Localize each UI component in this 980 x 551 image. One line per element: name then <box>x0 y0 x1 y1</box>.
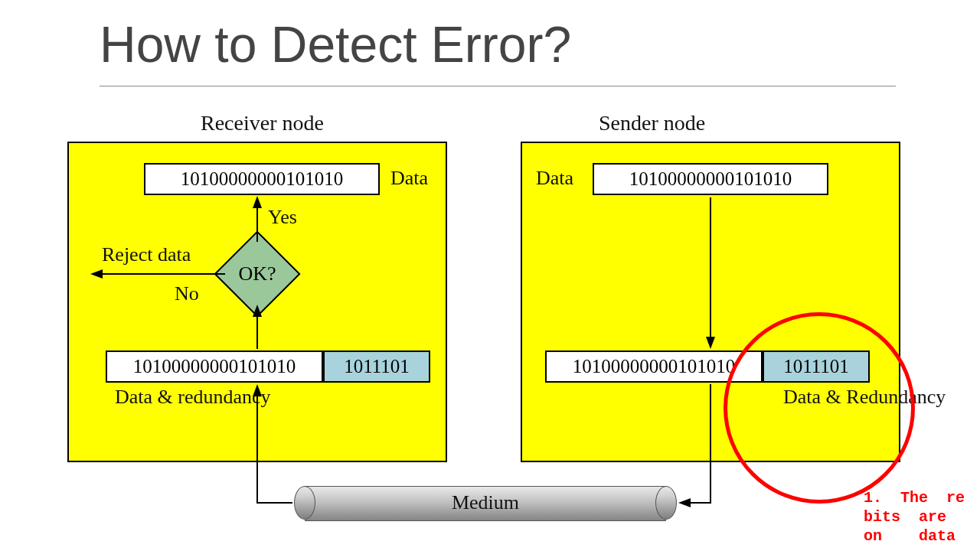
reject-label: Reject data <box>102 243 191 266</box>
receiver-full-box: 10100000000101010 <box>106 350 323 383</box>
page-title: How to Detect Error? <box>100 15 571 73</box>
highlight-circle <box>724 312 915 504</box>
sender-data-label: Data <box>536 167 573 190</box>
decision-text: OK? <box>227 243 288 305</box>
receiver-redundancy-box: 1011101 <box>323 350 430 383</box>
sender-title: Sender node <box>599 111 705 135</box>
receiver-data-redundancy-label: Data & redundancy <box>115 386 271 409</box>
slide: How to Detect Error? Receiver node Sende… <box>0 0 980 551</box>
no-label: No <box>175 282 199 305</box>
medium-label: Medium <box>294 486 677 520</box>
sender-data-box: 10100000000101010 <box>593 163 828 195</box>
yes-label: Yes <box>268 206 297 229</box>
title-rule <box>100 86 896 86</box>
decision-diamond: OK? <box>227 243 288 305</box>
side-note: 1. The re bits are on data <box>864 488 974 546</box>
receiver-data-box: 10100000000101010 <box>144 163 380 195</box>
receiver-data-label: Data <box>390 167 428 190</box>
receiver-title: Receiver node <box>201 111 324 135</box>
medium-cylinder: Medium <box>294 486 677 520</box>
